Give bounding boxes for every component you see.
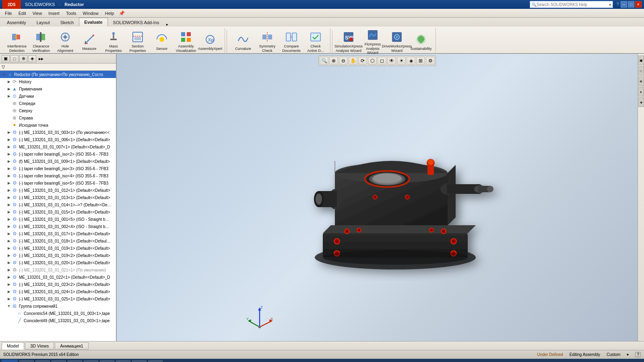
- tree-item-origin[interactable]: ✦ Исходная точка: [0, 121, 116, 129]
- mass-properties-button[interactable]: MassProperties: [101, 29, 126, 55]
- expand-part-2[interactable]: ▶: [6, 137, 11, 142]
- taskbar-item-store[interactable]: [84, 360, 98, 362]
- expand-root[interactable]: ▼: [2, 72, 6, 77]
- section-properties-button[interactable]: SectionProperties: [126, 29, 150, 55]
- tab-3dviews[interactable]: 3D Views: [25, 342, 54, 350]
- expand-notes[interactable]: ▶: [6, 86, 11, 91]
- expand-bearing-4[interactable]: ▶: [6, 181, 11, 185]
- taskbar-item-ie[interactable]: e: [68, 360, 82, 362]
- section-view-btn[interactable]: ◈: [407, 57, 415, 65]
- hide-show-btn[interactable]: 👁: [387, 57, 396, 65]
- rotate-btn[interactable]: ⟳: [358, 57, 367, 65]
- menu-item-view[interactable]: View: [29, 10, 45, 16]
- taskbar-item-solidworks[interactable]: SW: [116, 360, 130, 362]
- display-style-btn[interactable]: ◻: [378, 57, 386, 65]
- curvature-button[interactable]: Curvature: [231, 29, 255, 55]
- sustainability-button[interactable]: Sustainability: [409, 29, 433, 55]
- tree-item-bevel-2[interactable]: ▶ ⚙ (-) ME_133201_03_01_002<4> (ISO - St…: [0, 223, 116, 230]
- tree-item-notes[interactable]: ▶ ▲ Примечания: [0, 85, 116, 93]
- taskbar-item-calc[interactable]: [148, 360, 163, 362]
- ribbon-expand-btn[interactable]: ▸: [166, 22, 168, 27]
- tree-item-root[interactable]: ▼ ◈ Reductor (По умолчанию<По умолчанию_…: [0, 71, 116, 78]
- tree-item-part-2[interactable]: ▶ ⚙ (-) ME_133201_03_01_006<1> (Default<…: [0, 136, 116, 143]
- tree-item-part-9[interactable]: ▶ ⚙ (-) ME_133201_03_01_017<1> (Default<…: [0, 230, 116, 237]
- sim-xpress-button[interactable]: SW SimulationXpressAnalysis Wizard: [336, 29, 361, 55]
- tab-addins[interactable]: SOLIDWORKS Add-Ins: [108, 18, 165, 27]
- tab-model[interactable]: Model: [2, 342, 24, 350]
- tree-item-part-17[interactable]: ▶ ⚙ (-) ME_133201_03_01_024<1> (Default<…: [0, 288, 116, 295]
- expand-bearing-2[interactable]: ▶: [6, 166, 11, 171]
- tree-item-coincident49[interactable]: ╱ Coincident49 (ME_133201_03_01_003<1>,t…: [0, 317, 116, 324]
- tree-item-sensors[interactable]: ▶ ⊙ Датчики: [0, 93, 116, 100]
- expand-part-16[interactable]: ▶: [6, 282, 11, 287]
- taskbar-item-firefox[interactable]: [52, 360, 66, 362]
- lighting-btn[interactable]: ☀: [397, 57, 406, 65]
- tree-item-part-15[interactable]: ▶ ⚙ ME_133201_03_01_022<1> (Default<<Def…: [0, 274, 116, 281]
- tree-item-part-18[interactable]: ▶ ⚙ (-) ME_133201_03_01_025<1> (Default<…: [0, 295, 116, 302]
- tree-item-right[interactable]: ⊕ Справа: [0, 114, 116, 121]
- tree-item-part-5[interactable]: ▶ ⚙ (-) ME_133201_03_01_012<1> (Default<…: [0, 187, 116, 194]
- taskbar-item-chrome[interactable]: [19, 360, 34, 362]
- tree-item-part-6[interactable]: ▶ ⚙ (-) ME_133201_03_01_013<1> (Default<…: [0, 194, 116, 201]
- drive-works-button[interactable]: DriveWorksXpressWizard: [385, 29, 409, 55]
- expand-part-14[interactable]: ▶: [6, 267, 11, 272]
- tree-tool-2[interactable]: □: [10, 55, 19, 62]
- tree-item-part-14[interactable]: ▶ ⚙ (-) ME_133201_03_01_021<1> (По умолч…: [0, 266, 116, 274]
- sensor-button[interactable]: Sensor: [150, 29, 174, 55]
- start-button[interactable]: [2, 360, 18, 362]
- expand-bearing-3[interactable]: ▶: [6, 173, 11, 178]
- expand-part-8[interactable]: ▶: [6, 210, 11, 214]
- tab-sketch[interactable]: Sketch: [55, 18, 79, 27]
- zoom-in-btn[interactable]: ⊕: [329, 57, 338, 65]
- clearance-verification-button[interactable]: ClearanceVerification: [29, 29, 53, 55]
- assembly-xpert-button[interactable]: Xp AssemblyXpert: [198, 29, 222, 55]
- expand-part-3[interactable]: ▶: [6, 144, 11, 149]
- menu-expand-icon[interactable]: 📌: [119, 10, 125, 16]
- tree-expand-all-btn[interactable]: ▸▸: [39, 56, 43, 62]
- expand-part-4[interactable]: ▶: [6, 159, 11, 164]
- taskbar-item-ymailru[interactable]: Y: [100, 360, 114, 362]
- tree-item-part-8[interactable]: ▶ ⚙ (-) ME_133201_03_01_015<1> (Default<…: [0, 208, 116, 216]
- taskbar-item-power[interactable]: ⏻: [35, 360, 50, 362]
- tree-item-bevel-1[interactable]: ▶ ⚙ (-) ME_133201_03_01_001<5> (ISO - St…: [0, 216, 116, 223]
- help-status-btn[interactable]: ?: [635, 352, 641, 357]
- expand-bearing-1[interactable]: ▶: [6, 152, 11, 156]
- tree-item-bearing-1[interactable]: ▶ ⚙ (-) taper roller bearing6_iso<2> (IS…: [0, 150, 116, 158]
- measure-button[interactable]: Measure: [77, 29, 101, 55]
- menu-item-help[interactable]: Help: [102, 10, 118, 16]
- right-panel-btn-5[interactable]: ◈: [638, 97, 644, 107]
- tree-item-part-10[interactable]: ▶ ⚙ (-) ME_133201_03_01_018<1> (Default<…: [0, 237, 116, 245]
- tree-item-top[interactable]: ⊕ Сверху: [0, 107, 116, 114]
- tab-assembly[interactable]: Assembly: [2, 18, 31, 27]
- tree-item-part-11[interactable]: ▶ ⚙ (-) ME_133201_03_01_019<1> (Default<…: [0, 245, 116, 252]
- tree-item-part-13[interactable]: ▶ ⚙ (-) ME_133201_03_01_020<1> (Default<…: [0, 259, 116, 266]
- expand-bevel-2[interactable]: ▶: [6, 224, 11, 229]
- tree-tool-1[interactable]: ▣: [2, 55, 10, 62]
- tree-item-part-4[interactable]: ▶ ⚙ (f) ME_133201_03_01_009<1> (Default<…: [0, 158, 116, 165]
- tree-tool-4[interactable]: ◈: [28, 55, 36, 62]
- check-active-button[interactable]: CheckActive D...: [303, 29, 328, 55]
- tree-item-bearing-3[interactable]: ▶ ⚙ (-) taper roller bearing6_iso<4> (IS…: [0, 172, 116, 179]
- tree-item-mates-group[interactable]: ▼ ⊞ Группа сопряжений1: [0, 302, 116, 310]
- minimize-button[interactable]: ─: [621, 1, 627, 8]
- menu-item-file[interactable]: File: [2, 10, 15, 16]
- tree-item-part-7[interactable]: ▶ ⚙ (-) ME_133201_03_01_014<1>-->? (Defa…: [0, 201, 116, 208]
- symmetry-check-button[interactable]: SymmetryCheck: [255, 29, 279, 55]
- taskbar-item-acrobat[interactable]: A: [132, 360, 147, 362]
- menu-item-window[interactable]: Window: [80, 10, 102, 16]
- zoom-out-btn[interactable]: ⊖: [339, 57, 348, 65]
- expand-part-6[interactable]: ▶: [6, 195, 11, 200]
- menu-item-insert[interactable]: Insert: [45, 10, 63, 16]
- right-panel-btn-2[interactable]: □: [638, 66, 644, 76]
- search-dropdown-icon[interactable]: ▾: [609, 2, 611, 7]
- expand-part-17[interactable]: ▶: [6, 289, 11, 294]
- interference-detection-button[interactable]: InterferenceDetection: [5, 29, 29, 55]
- tree-item-bearing-4[interactable]: ▶ ⚙ (-) taper roller bearing6_iso<5> (IS…: [0, 179, 116, 187]
- expand-history[interactable]: ▶: [6, 79, 11, 84]
- view-orient-btn[interactable]: ⬡: [368, 57, 377, 65]
- tree-item-bearing-2[interactable]: ▶ ⚙ (-) taper roller bearing6_iso<3> (IS…: [0, 165, 116, 172]
- tree-tool-3[interactable]: ⊕: [19, 55, 27, 62]
- expand-part-9[interactable]: ▶: [6, 231, 11, 236]
- tree-item-concentric54[interactable]: ○ Concentric54 (ME_133201_03_01_003<1>,t…: [0, 310, 116, 317]
- expand-part-10[interactable]: ▶: [6, 239, 11, 243]
